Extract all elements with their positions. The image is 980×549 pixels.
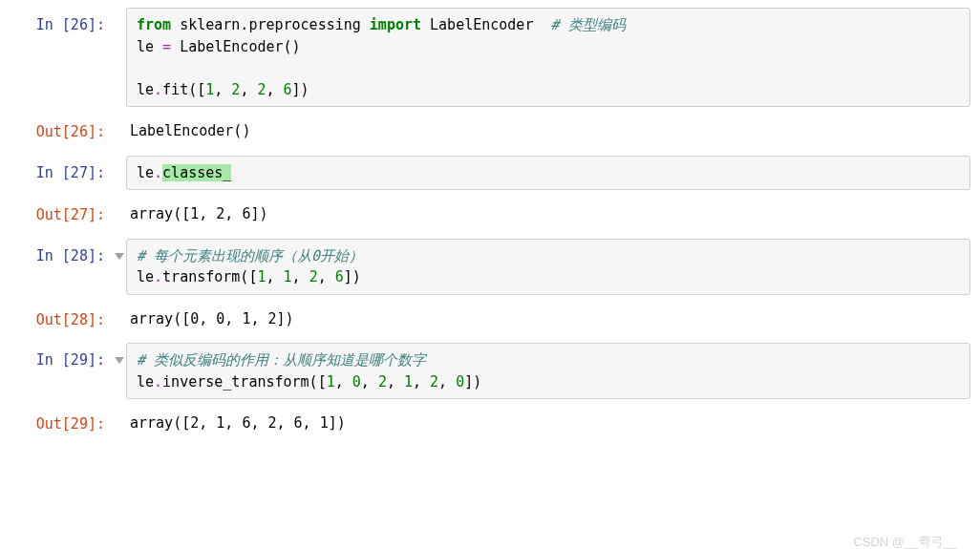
cell-out-27: Out[27]: array([1, 2, 6]): [0, 198, 980, 231]
out-prompt: Out[29]:: [0, 407, 113, 435]
code-output: LabelEncoder(): [126, 115, 980, 148]
code-output: array([1, 2, 6]): [126, 198, 980, 231]
code-input[interactable]: # 类似反编码的作用：从顺序知道是哪个数字 le.inverse_transfo…: [126, 343, 970, 399]
cell-in-29: In [29]: # 类似反编码的作用：从顺序知道是哪个数字 le.invers…: [0, 343, 980, 399]
cell-in-26: In [26]: from sklearn.preprocessing impo…: [0, 8, 980, 107]
code-output: array([2, 1, 6, 2, 6, 1]): [126, 407, 980, 440]
collapser-toggle[interactable]: [113, 343, 126, 371]
notebook-view: In [26]: from sklearn.preprocessing impo…: [0, 8, 980, 549]
cell-out-26: Out[26]: LabelEncoder(): [0, 115, 980, 148]
code-input[interactable]: # 每个元素出现的顺序（从0开始） le.transform([1, 1, 2,…: [126, 239, 970, 295]
code-input[interactable]: le.classes_: [126, 156, 970, 191]
in-prompt: In [28]:: [0, 239, 113, 267]
watermark: CSDN @__弯弓__: [853, 533, 957, 550]
out-prompt: Out[26]:: [0, 115, 113, 143]
cell-out-28: Out[28]: array([0, 0, 1, 2]): [0, 303, 980, 336]
collapser-placeholder: [113, 156, 126, 162]
chevron-down-icon: [115, 349, 124, 371]
collapser-placeholder: [113, 115, 126, 121]
chevron-down-icon: [115, 245, 124, 267]
in-prompt: In [27]:: [0, 156, 113, 184]
in-prompt: In [26]:: [0, 8, 113, 36]
collapser-placeholder: [113, 8, 126, 14]
out-prompt: Out[28]:: [0, 303, 113, 331]
collapser-placeholder: [113, 198, 126, 204]
cell-in-27: In [27]: le.classes_: [0, 156, 980, 191]
in-prompt: In [29]:: [0, 343, 113, 371]
out-prompt: Out[27]:: [0, 198, 113, 226]
collapser-toggle[interactable]: [113, 239, 126, 267]
code-input[interactable]: from sklearn.preprocessing import LabelE…: [126, 8, 970, 107]
svg-marker-1: [115, 357, 124, 364]
svg-marker-0: [115, 253, 124, 260]
collapser-placeholder: [113, 303, 126, 309]
collapser-placeholder: [113, 407, 126, 413]
cell-out-29: Out[29]: array([2, 1, 6, 2, 6, 1]): [0, 407, 980, 440]
cell-in-28: In [28]: # 每个元素出现的顺序（从0开始） le.transform(…: [0, 239, 980, 295]
code-output: array([0, 0, 1, 2]): [126, 303, 980, 336]
